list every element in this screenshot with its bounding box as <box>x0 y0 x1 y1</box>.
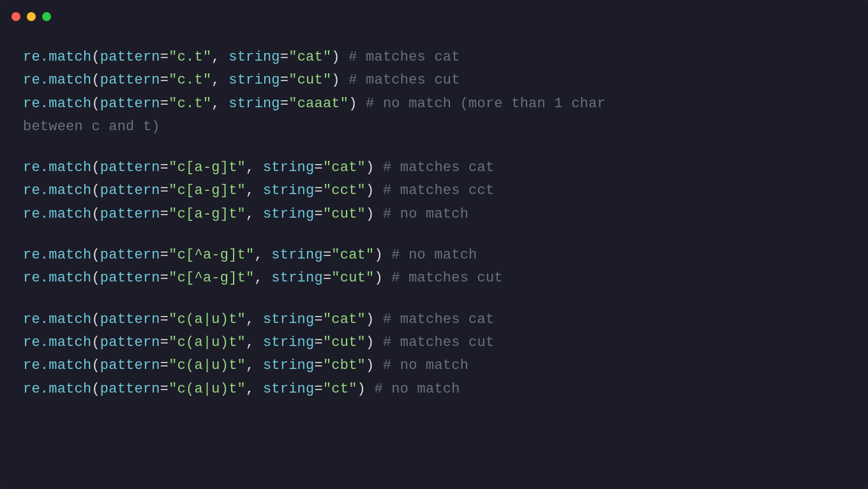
code-line: re.match(pattern="c.t", string="cat") # … <box>23 46 845 69</box>
code-line: re.match(pattern="c(a|u)t", string="cat"… <box>23 308 845 331</box>
code-line: between c and t) <box>23 116 845 139</box>
spacer <box>23 226 845 244</box>
code-line: re.match(pattern="c[^a-g]t", string="cat… <box>23 244 845 267</box>
code-line: re.match(pattern="c(a|u)t", string="ct")… <box>23 378 845 401</box>
code-line: re.match(pattern="c.t", string="caaat") … <box>23 93 845 116</box>
traffic-lights <box>11 12 51 21</box>
close-button[interactable] <box>11 12 20 21</box>
code-line: re.match(pattern="c(a|u)t", string="cut"… <box>23 331 845 354</box>
maximize-button[interactable] <box>42 12 51 21</box>
spacer <box>23 290 845 308</box>
window: re.match(pattern="c.t", string="cat") # … <box>0 0 868 489</box>
code-area: re.match(pattern="c.t", string="cat") # … <box>0 33 868 489</box>
minimize-button[interactable] <box>27 12 36 21</box>
code-line: re.match(pattern="c(a|u)t", string="cbt"… <box>23 354 845 377</box>
code-line: re.match(pattern="c.t", string="cut") # … <box>23 69 845 92</box>
code-line: re.match(pattern="c[a-g]t", string="cut"… <box>23 203 845 226</box>
code-line: re.match(pattern="c[^a-g]t", string="cut… <box>23 267 845 290</box>
spacer <box>23 139 845 156</box>
code-line: re.match(pattern="c[a-g]t", string="cat"… <box>23 156 845 179</box>
code-line: re.match(pattern="c[a-g]t", string="cct"… <box>23 179 845 202</box>
titlebar <box>0 0 868 33</box>
